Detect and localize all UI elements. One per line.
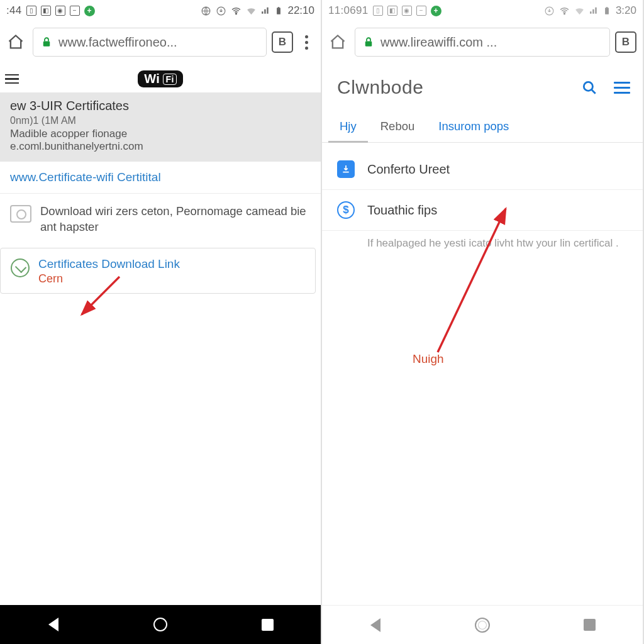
url-text: www.lireawiffi.com ... — [380, 35, 497, 50]
article-author: Madible acopper fionage — [10, 128, 311, 140]
svg-rect-4 — [278, 7, 279, 8]
nav-back-button[interactable] — [35, 612, 72, 637]
android-nav-bar — [322, 605, 643, 644]
status-bar: :44 ▯ ◧ ◉ − + — [0, 0, 321, 21]
status-time: 11:0691 — [328, 4, 369, 17]
wifi-icon — [559, 6, 570, 16]
list-item-label: Conferto Ureet — [367, 162, 450, 177]
tab-hjy[interactable]: Hjy — [328, 112, 368, 142]
lock-icon — [41, 36, 52, 48]
tab-bar: Hjy Rebou Insurom pops — [322, 112, 643, 143]
status-right: 22:10 — [201, 4, 314, 17]
menu-button[interactable] — [614, 82, 630, 94]
status-right: 3:20 — [544, 4, 636, 17]
status-square-icon-1: ▯ — [373, 6, 383, 16]
nav-home-button[interactable] — [464, 613, 501, 638]
overflow-menu-button[interactable] — [298, 35, 314, 50]
browser-toolbar: www.lireawiffi.com ... B — [322, 21, 643, 64]
status-plus-icon: + — [84, 6, 95, 16]
article-meta-block: ew 3-UIR Certificates 0nm)1 (1M AM Madib… — [0, 92, 321, 162]
description-row: Download wiri zers ceton, Peornomage cam… — [0, 194, 321, 247]
phone-left: :44 ▯ ◧ ◉ − + — [0, 0, 322, 644]
wifi-icon — [231, 6, 242, 16]
url-field[interactable]: www.lireawiffi.com ... — [355, 28, 610, 57]
svg-point-12 — [584, 82, 592, 91]
url-text: www.factweffironeo... — [58, 35, 177, 50]
tab-rebou[interactable]: Rebou — [369, 112, 426, 142]
download-circle-icon — [544, 6, 555, 16]
site-header: Clwnbode — [322, 64, 643, 112]
download-circle-icon — [216, 6, 226, 16]
download-card[interactable]: Certificates Download Link Cern — [0, 248, 316, 294]
status-left: 11:0691 ▯ ◧ ◉ − + — [328, 4, 441, 17]
nav-recent-button[interactable] — [570, 613, 608, 638]
nav-recent-button[interactable] — [248, 612, 286, 637]
page-header: WiFi — [0, 64, 321, 92]
list-item-download[interactable]: Conferto Ureet — [322, 149, 643, 190]
page-content: WiFi ew 3-UIR Certificates 0nm)1 (1M AM … — [0, 64, 321, 605]
list-item-label: Touathic fips — [367, 203, 437, 218]
wifi-dim-icon — [246, 6, 257, 16]
status-clock: 3:20 — [616, 4, 636, 17]
nav-back-button[interactable] — [357, 613, 394, 638]
page-content: Clwnbode Hjy Rebou Insurom pops — [322, 64, 643, 605]
description-text: Download wiri zers ceton, Peornomage cam… — [40, 204, 311, 235]
camera-icon — [10, 205, 31, 223]
site-title: Clwnbode — [337, 77, 423, 98]
list: Conferto Ureet $ Touathic fips If healpa… — [322, 143, 643, 257]
certificate-link[interactable]: www.Certificate-wifi Certitital — [0, 162, 321, 194]
list-item-tips[interactable]: $ Touathic fips — [322, 190, 643, 231]
svg-rect-5 — [43, 42, 50, 47]
android-nav-bar — [0, 605, 321, 644]
cell-signal-icon — [589, 6, 598, 15]
lock-icon — [363, 36, 374, 48]
tab-count-button[interactable]: B — [615, 31, 636, 53]
globe-icon — [201, 6, 211, 16]
certificate-icon — [11, 258, 30, 277]
home-button[interactable] — [4, 30, 28, 54]
hint-text: If healpaged he yesti icato livht htw yo… — [322, 231, 643, 251]
article-title: ew 3-UIR Certificates — [10, 99, 311, 113]
battery-icon — [602, 6, 611, 15]
tab-count-button[interactable]: B — [272, 31, 293, 53]
wifi-logo: WiFi — [138, 70, 183, 87]
svg-rect-11 — [365, 42, 372, 47]
hamburger-button[interactable] — [0, 74, 26, 84]
svg-rect-10 — [606, 7, 608, 8]
status-plus-icon: + — [431, 6, 441, 16]
status-square-icon-1: ▯ — [26, 6, 36, 16]
url-field[interactable]: www.factweffironeo... — [33, 28, 267, 57]
status-square-icon-3: ◉ — [402, 6, 412, 16]
tab-insurom[interactable]: Insurom pops — [427, 112, 520, 142]
home-button[interactable] — [326, 30, 350, 54]
search-button[interactable] — [581, 79, 597, 96]
svg-rect-9 — [605, 8, 609, 14]
status-square-icon-4: − — [70, 6, 80, 16]
status-square-icon-3: ◉ — [55, 6, 65, 16]
nav-home-button[interactable] — [142, 612, 179, 637]
money-icon: $ — [337, 201, 355, 219]
cell-signal-icon — [261, 6, 270, 15]
status-clock: 22:10 — [287, 4, 314, 17]
download-card-title: Certificates Download Link — [38, 257, 180, 271]
phone-right: 11:0691 ▯ ◧ ◉ − + — [322, 0, 644, 644]
annotation-label: Nuigh — [413, 352, 444, 366]
svg-line-13 — [592, 90, 596, 94]
article-timestamp: 0nm)1 (1M AM — [10, 115, 311, 126]
status-square-icon-2: ◧ — [387, 6, 397, 16]
article-source: e.coml.bunithanelyertni.com — [10, 140, 311, 153]
svg-point-8 — [564, 13, 565, 14]
browser-toolbar: www.factweffironeo... B — [0, 21, 321, 64]
download-card-subtitle: Cern — [38, 272, 180, 286]
status-bar: 11:0691 ▯ ◧ ◉ − + — [322, 0, 643, 21]
svg-rect-3 — [277, 8, 281, 14]
battery-icon — [274, 6, 283, 15]
status-left: :44 ▯ ◧ ◉ − + — [6, 4, 95, 17]
status-square-icon-4: − — [416, 6, 426, 16]
status-time: :44 — [6, 4, 22, 17]
status-square-icon-2: ◧ — [41, 6, 51, 16]
download-icon — [337, 160, 355, 178]
svg-point-2 — [236, 13, 237, 14]
wifi-dim-icon — [574, 6, 585, 16]
